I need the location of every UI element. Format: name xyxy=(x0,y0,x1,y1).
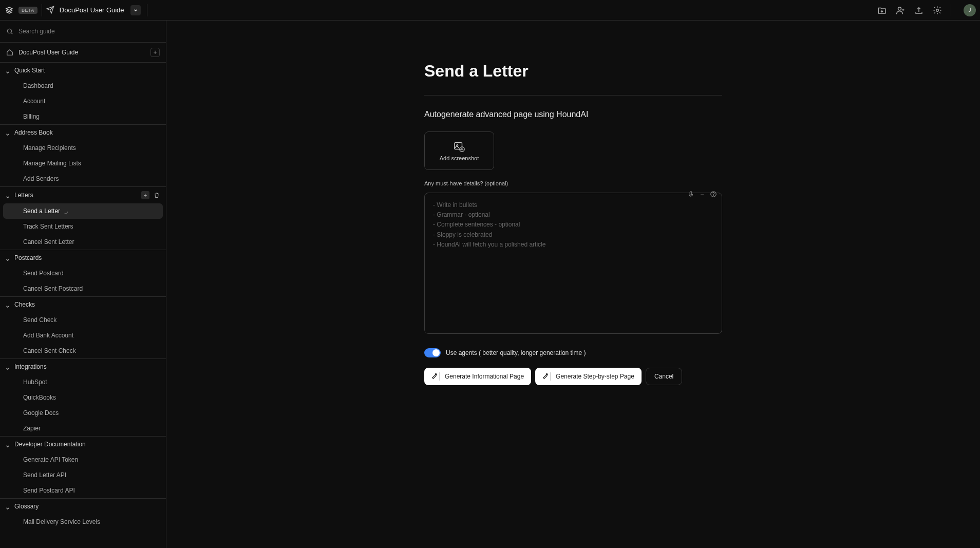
add-section-button[interactable]: + xyxy=(150,48,160,57)
chevron-down-icon xyxy=(5,302,10,307)
cancel-button[interactable]: Cancel xyxy=(646,368,682,385)
sidebar-item-send-a-letter[interactable]: Send a Letter xyxy=(3,203,163,219)
section-header-postcards[interactable]: Postcards xyxy=(0,250,166,266)
content: Send a Letter Autogenerate advanced page… xyxy=(424,62,722,517)
divider xyxy=(951,4,951,16)
sidebar-item-cancel-sent-check[interactable]: Cancel Sent Check xyxy=(0,343,166,358)
image-add-icon xyxy=(454,141,465,152)
use-agents-toggle[interactable] xyxy=(424,348,441,357)
sidebar-item-billing[interactable]: Billing xyxy=(0,109,166,124)
add-user-icon[interactable] xyxy=(895,5,906,15)
sidebar-item-generate-api-token[interactable]: Generate API Token xyxy=(0,452,166,467)
button-label: Generate Informational Page xyxy=(445,373,524,380)
section-integrations: Integrations HubSpot QuickBooks Google D… xyxy=(0,358,166,436)
button-label: Generate Step-by-step Page xyxy=(556,373,634,380)
section-actions: + Add Article xyxy=(141,191,161,199)
chevron-down-icon xyxy=(5,364,10,369)
sidebar-item-send-check[interactable]: Send Check xyxy=(0,312,166,328)
wand-icon xyxy=(542,372,551,381)
divider xyxy=(42,4,42,16)
sidebar-item-manage-recipients[interactable]: Manage Recipients xyxy=(0,140,166,156)
guide-dropdown-button[interactable] xyxy=(130,5,141,15)
section-header-address-book[interactable]: Address Book xyxy=(0,125,166,140)
subtitle: Autogenerate advanced page using HoundAI xyxy=(424,110,722,119)
add-screenshot-label: Add screenshot xyxy=(440,155,479,161)
section-address-book: Address Book Manage Recipients Manage Ma… xyxy=(0,124,166,186)
divider xyxy=(147,4,147,16)
home-row[interactable]: DocuPost User Guide + xyxy=(0,43,166,62)
section-header-integrations[interactable]: Integrations xyxy=(0,359,166,374)
sidebar-item-add-senders[interactable]: Add Senders xyxy=(0,171,166,186)
section-header-developer[interactable]: Developer Documentation xyxy=(0,437,166,452)
section-title: Quick Start xyxy=(14,67,45,74)
generate-informational-button[interactable]: Generate Informational Page xyxy=(424,368,531,385)
chevron-down-icon xyxy=(5,255,10,260)
section-title: Postcards xyxy=(14,254,42,261)
svg-point-18 xyxy=(713,196,714,196)
search-input[interactable]: Search guide xyxy=(0,21,166,43)
section-title: Glossary xyxy=(14,503,39,510)
sidebar-item-cancel-sent-postcard[interactable]: Cancel Sent Postcard xyxy=(0,281,166,296)
svg-line-8 xyxy=(11,32,12,34)
gear-icon[interactable] xyxy=(932,5,943,15)
sidebar-item-send-postcard-api[interactable]: Send Postcard API xyxy=(0,483,166,498)
textarea-icons: – xyxy=(687,191,717,198)
chevron-down-icon xyxy=(5,193,10,198)
chevron-down-icon xyxy=(5,68,10,73)
sidebar-item-quickbooks[interactable]: QuickBooks xyxy=(0,390,166,405)
help-icon[interactable] xyxy=(710,191,717,198)
sidebar-item-track-sent-letters[interactable]: Track Sent Letters xyxy=(0,219,166,234)
logo-icon[interactable] xyxy=(4,5,14,15)
sidebar-item-send-letter-api[interactable]: Send Letter API xyxy=(0,467,166,483)
section-title: Checks xyxy=(14,301,35,308)
add-article-button[interactable]: + Add Article xyxy=(141,191,149,199)
send-icon[interactable] xyxy=(46,6,55,15)
sidebar-item-manage-mailing-lists[interactable]: Manage Mailing Lists xyxy=(0,156,166,171)
section-header-glossary[interactable]: Glossary xyxy=(0,499,166,514)
svg-point-2 xyxy=(898,7,901,10)
details-label: Any must-have details? (optional) xyxy=(424,180,722,186)
upload-icon[interactable] xyxy=(914,5,924,15)
chevron-down-icon xyxy=(5,130,10,135)
svg-point-6 xyxy=(936,9,939,11)
sidebar-item-dashboard[interactable]: Dashboard xyxy=(0,78,166,93)
app-body: Search guide DocuPost User Guide + Quick… xyxy=(0,21,980,548)
beta-badge: BETA xyxy=(18,7,37,14)
section-header-checks[interactable]: Checks xyxy=(0,297,166,312)
divider xyxy=(424,95,722,96)
section-checks: Checks Send Check Add Bank Account Cance… xyxy=(0,296,166,358)
sidebar-item-zapier[interactable]: Zapier xyxy=(0,421,166,436)
section-title: Developer Documentation xyxy=(14,441,86,448)
section-quick-start: Quick Start Dashboard Account Billing xyxy=(0,62,166,124)
textarea-wrap: – xyxy=(424,193,722,336)
wand-icon xyxy=(431,372,440,381)
sidebar-item-cancel-sent-letter[interactable]: Cancel Sent Letter xyxy=(0,234,166,250)
section-title: Address Book xyxy=(14,129,53,136)
add-screenshot-button[interactable]: Add screenshot xyxy=(424,131,494,170)
delete-icon[interactable] xyxy=(153,191,161,199)
button-row: Generate Informational Page Generate Ste… xyxy=(424,368,722,385)
section-header-letters[interactable]: Letters + Add Article xyxy=(0,187,166,203)
mic-icon[interactable] xyxy=(687,191,694,198)
sidebar-item-google-docs[interactable]: Google Docs xyxy=(0,405,166,421)
sidebar-item-hubspot[interactable]: HubSpot xyxy=(0,374,166,390)
sidebar-item-account[interactable]: Account xyxy=(0,93,166,109)
section-postcards: Postcards Send Postcard Cancel Sent Post… xyxy=(0,250,166,296)
folder-add-icon[interactable] xyxy=(877,5,887,15)
sidebar-item-send-postcard[interactable]: Send Postcard xyxy=(0,266,166,281)
svg-rect-15 xyxy=(690,192,692,195)
home-icon xyxy=(6,49,13,56)
section-header-quick-start[interactable]: Quick Start xyxy=(0,63,166,78)
section-developer: Developer Documentation Generate API Tok… xyxy=(0,436,166,498)
toggle-row: Use agents ( better quality, longer gene… xyxy=(424,348,722,357)
sidebar-item-add-bank-account[interactable]: Add Bank Account xyxy=(0,328,166,343)
sidebar-item-mail-delivery-levels[interactable]: Mail Delivery Service Levels xyxy=(0,514,166,530)
generate-step-by-step-button[interactable]: Generate Step-by-step Page xyxy=(535,368,642,385)
section-title: Integrations xyxy=(14,363,47,370)
avatar[interactable]: J xyxy=(964,4,976,16)
chevron-down-icon xyxy=(5,442,10,447)
loading-icon xyxy=(63,209,68,214)
sidebar: Search guide DocuPost User Guide + Quick… xyxy=(0,21,166,548)
toggle-knob xyxy=(432,349,440,356)
details-textarea[interactable] xyxy=(424,193,722,334)
